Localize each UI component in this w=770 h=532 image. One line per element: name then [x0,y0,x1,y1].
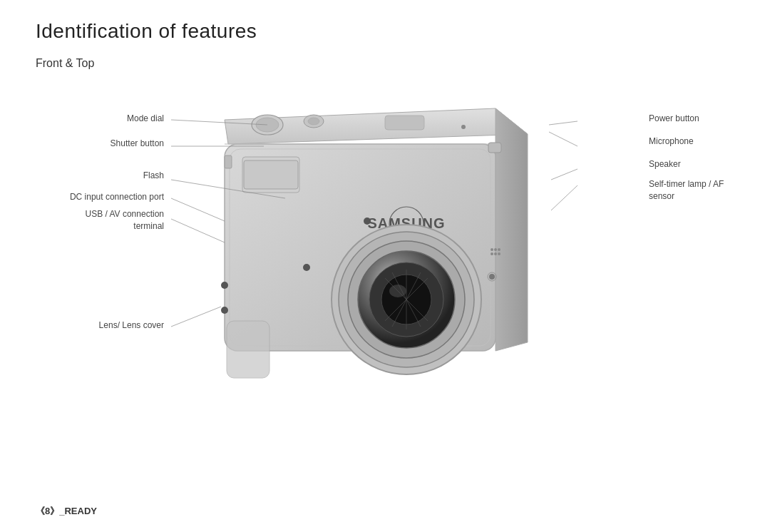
svg-rect-6 [244,160,298,189]
page-title: Identification of features [36,20,257,43]
label-speaker: Speaker [649,158,749,170]
svg-rect-29 [488,143,501,153]
svg-line-50 [551,169,578,180]
svg-point-39 [491,252,493,255]
svg-point-38 [498,248,500,251]
label-dc-input: DC input connection port [43,191,164,203]
svg-rect-22 [227,321,270,378]
svg-point-33 [303,264,310,271]
svg-point-40 [494,252,497,255]
label-microphone: Microphone [649,135,749,148]
section-title: Front & Top [36,57,94,70]
label-flash: Flash [93,170,164,182]
label-selftimer: Self-timer lamp / AF sensor [649,178,749,203]
label-usb-av: USB / AV connection terminal [57,208,164,232]
svg-point-36 [491,248,493,251]
label-power-button: Power button [649,113,749,125]
svg-point-41 [498,252,500,255]
svg-point-9 [364,218,371,225]
svg-point-27 [308,118,319,125]
svg-line-48 [549,121,578,125]
svg-point-30 [461,125,466,129]
svg-point-31 [221,282,228,289]
label-mode-dial: Mode dial [71,113,164,125]
svg-point-37 [494,248,497,251]
footer-page-number: 《8》_READY [36,505,97,518]
svg-point-34 [489,274,495,280]
camera-illustration: SAMSUNG [164,78,549,385]
label-lens: Lens/ Lens cover [64,319,164,332]
label-shutter-button: Shutter button [57,138,164,150]
svg-rect-28 [385,116,424,130]
svg-rect-23 [225,155,232,168]
svg-line-51 [551,185,578,210]
svg-point-25 [256,118,279,132]
svg-point-32 [221,307,228,314]
svg-line-49 [549,132,578,146]
